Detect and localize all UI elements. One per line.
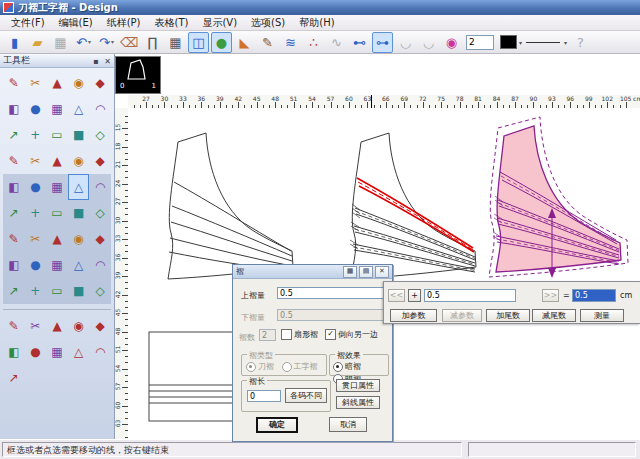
pattern-tool-icon-16[interactable]: ✂: [25, 148, 47, 174]
plate-stand-icon[interactable]: ∏: [142, 32, 163, 53]
pattern-tool-icon-12[interactable]: ▭: [46, 122, 68, 148]
pattern-tool-icon-41[interactable]: +: [25, 278, 47, 304]
plus-button[interactable]: +: [408, 289, 421, 302]
upper-pleat-input[interactable]: [277, 287, 384, 299]
pattern-tool-icon-21[interactable]: ●: [25, 174, 47, 200]
color-wheel-icon[interactable]: ◉: [441, 32, 462, 53]
menu-item-0[interactable]: 文件(F): [4, 15, 52, 31]
opening-props-button[interactable]: 贯口属性: [336, 379, 380, 392]
slash-props-button[interactable]: 斜线属性: [336, 396, 380, 409]
radio-hidden-pleat[interactable]: 暗褶: [333, 361, 361, 372]
expression-input[interactable]: [424, 289, 516, 302]
calc-button-4[interactable]: 测量: [580, 309, 624, 322]
pattern-tool-icon-27[interactable]: ▭: [46, 200, 68, 226]
pin-icon[interactable]: ▪: [93, 57, 98, 66]
pattern-tool-icon-38[interactable]: △: [68, 252, 90, 278]
line-style-select[interactable]: [526, 42, 560, 43]
per-size-button[interactable]: 各码不同: [285, 388, 327, 403]
pattern-tool-icon-43[interactable]: ■: [68, 278, 90, 304]
pattern-tool-icon-30[interactable]: ✎: [3, 226, 25, 252]
ok-button[interactable]: 确定: [256, 417, 298, 433]
pattern-tool-icon-5[interactable]: ◧: [3, 96, 25, 122]
pattern-tool-icon-50[interactable]: ◧: [3, 339, 25, 365]
pattern-tool-icon-0[interactable]: ✎: [3, 70, 25, 96]
dialog-titlebar[interactable]: 褶 ▦ ▤ ✕: [233, 265, 392, 279]
pattern-tool-icon-46[interactable]: ✂: [25, 313, 47, 339]
pattern-tool-icon-48[interactable]: ◉: [68, 313, 90, 339]
pattern-tool-icon-3[interactable]: ◉: [68, 70, 90, 96]
pattern-tool-icon-17[interactable]: ▲: [46, 148, 68, 174]
pattern-tool-icon-4[interactable]: ◆: [89, 70, 111, 96]
pattern-tool-icon-2[interactable]: ▲: [46, 70, 68, 96]
menu-item-1[interactable]: 编辑(E): [52, 15, 100, 31]
pattern-tool-icon-33[interactable]: ◉: [68, 226, 90, 252]
pattern-tool-icon-52[interactable]: ▦: [46, 339, 68, 365]
pattern-tool-icon-39[interactable]: ◠: [89, 252, 111, 278]
brush-icon[interactable]: ✎: [257, 32, 278, 53]
pattern-tool-icon-22[interactable]: ▦: [46, 174, 68, 200]
pattern-index-1[interactable]: 1: [152, 82, 156, 93]
pattern-list[interactable]: 0 1: [115, 56, 161, 94]
color-cone-icon[interactable]: ◣: [234, 32, 255, 53]
line-color-swatch[interactable]: [500, 35, 517, 49]
pattern-tool-icon-45[interactable]: ✎: [3, 313, 25, 339]
pattern-tool-icon-49[interactable]: ◆: [89, 313, 111, 339]
pattern-window-icon[interactable]: ◫: [188, 32, 209, 53]
open-folder-icon[interactable]: ▰: [27, 32, 48, 53]
pattern-tool-icon-14[interactable]: ◇: [89, 122, 111, 148]
pattern-tool-icon-42[interactable]: ▭: [46, 278, 68, 304]
calc-button-0[interactable]: 加参数: [390, 309, 437, 322]
size-table-icon[interactable]: ▦: [165, 32, 186, 53]
other-side-checkbox-box[interactable]: ✓: [325, 329, 336, 340]
link-pieces-icon[interactable]: ≋: [280, 32, 301, 53]
new-document-icon[interactable]: ▮: [4, 32, 25, 53]
pattern-tool-icon-51[interactable]: ●: [25, 339, 47, 365]
pattern-tool-icon-1[interactable]: ✂: [25, 70, 47, 96]
menu-item-4[interactable]: 显示(V): [195, 15, 244, 31]
pattern-tool-icon-23[interactable]: △: [68, 174, 90, 200]
pattern-tool-icon-18[interactable]: ◉: [68, 148, 90, 174]
swatch-dropdown-icon[interactable]: ▾: [519, 39, 522, 46]
cancel-button[interactable]: 取消: [329, 417, 367, 432]
pattern-tool-icon-28[interactable]: ■: [68, 200, 90, 226]
menu-item-5[interactable]: 选项(S): [244, 15, 292, 31]
pattern-tool-icon-36[interactable]: ●: [25, 252, 47, 278]
pattern-tool-icon-47[interactable]: ▲: [46, 313, 68, 339]
menu-item-2[interactable]: 纸样(P): [100, 15, 148, 31]
calc-button-3[interactable]: 减尾数: [532, 309, 576, 322]
menu-item-6[interactable]: 帮助(H): [292, 15, 341, 31]
undo-icon[interactable]: ↶▾: [73, 32, 94, 53]
pattern-tool-icon-32[interactable]: ▲: [46, 226, 68, 252]
pattern-tool-icon-53[interactable]: △: [68, 339, 90, 365]
calculator-icon[interactable]: ▦: [343, 266, 357, 278]
menu-item-3[interactable]: 表格(T): [148, 15, 196, 31]
pattern-tool-icon-15[interactable]: ✎: [3, 148, 25, 174]
fan-pleat-checkbox-box[interactable]: [281, 329, 292, 340]
garment-view-icon[interactable]: ●: [211, 32, 232, 53]
eraser-icon[interactable]: ⌫: [119, 32, 140, 53]
pattern-tool-icon-55[interactable]: ↗: [3, 365, 25, 391]
close-icon[interactable]: ✕: [375, 266, 389, 278]
pattern-tool-icon-34[interactable]: ◆: [89, 226, 111, 252]
redo-icon[interactable]: ↷▾: [96, 32, 117, 53]
pattern-tool-icon-9[interactable]: ◠: [89, 96, 111, 122]
pattern-tool-icon-11[interactable]: +: [25, 122, 47, 148]
pattern-tool-icon-44[interactable]: ◇: [89, 278, 111, 304]
result-input[interactable]: [572, 289, 616, 302]
pattern-tool-icon-7[interactable]: ▦: [46, 96, 68, 122]
pattern-tool-icon-24[interactable]: ◠: [89, 174, 111, 200]
close-icon[interactable]: ✕: [104, 57, 111, 66]
keyboard-icon[interactable]: ▤: [359, 266, 373, 278]
pattern-tool-icon-8[interactable]: △: [68, 96, 90, 122]
pleat-length-input[interactable]: [247, 390, 281, 402]
line-width-input[interactable]: [466, 35, 494, 50]
fan-pleat-checkbox[interactable]: 扇形褶: [281, 329, 318, 340]
pattern-tool-icon-29[interactable]: ◇: [89, 200, 111, 226]
pattern-tool-icon-19[interactable]: ◆: [89, 148, 111, 174]
point-chart-icon[interactable]: ∴: [303, 32, 324, 53]
other-side-checkbox[interactable]: ✓ 倒向另一边: [325, 329, 378, 340]
point-line-icon[interactable]: ⊶: [372, 32, 393, 53]
pattern-tool-icon-37[interactable]: ▦: [46, 252, 68, 278]
pattern-tool-icon-31[interactable]: ✂: [25, 226, 47, 252]
pattern-tool-icon-35[interactable]: ◧: [3, 252, 25, 278]
